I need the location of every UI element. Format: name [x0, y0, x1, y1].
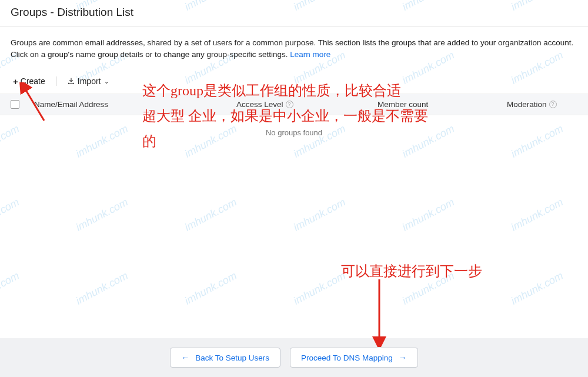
arrow-right-icon: →	[399, 353, 407, 362]
page-description: Groups are common email addresses, share…	[0, 26, 588, 69]
page-title: Groups - Distribution List	[11, 6, 577, 19]
create-button[interactable]: + Create	[11, 75, 48, 88]
checkbox-col	[11, 100, 34, 109]
annotation-arrow-proceed	[368, 276, 391, 347]
import-button[interactable]: Import ⌄	[65, 75, 112, 87]
help-icon[interactable]: ?	[549, 101, 557, 108]
chevron-down-icon: ⌄	[104, 78, 109, 85]
arrow-left-icon: ←	[181, 353, 189, 362]
help-icon[interactable]: ?	[286, 101, 293, 108]
learn-more-link[interactable]: Learn more	[290, 50, 330, 59]
create-label: Create	[21, 76, 45, 86]
toolbar-divider	[56, 76, 56, 86]
proceed-button[interactable]: Proceed To DNS Mapping →	[290, 348, 418, 368]
import-icon	[67, 77, 75, 85]
select-all-checkbox[interactable]	[11, 100, 19, 109]
col-access-header[interactable]: Access Level ?	[236, 100, 377, 109]
table-header: Name/Email Address Access Level ? Member…	[0, 94, 588, 115]
col-name-header[interactable]: Name/Email Address	[34, 100, 236, 109]
footer-nav: ← Back To Setup Users Proceed To DNS Map…	[0, 338, 588, 377]
plus-icon: +	[13, 76, 18, 86]
import-label: Import	[78, 76, 101, 86]
annotation-bottom: 可以直接进行到下一步	[341, 259, 482, 284]
col-moderation-header[interactable]: Moderation ?	[507, 100, 577, 109]
page-header: Groups - Distribution List	[0, 0, 588, 26]
back-label: Back To Setup Users	[195, 353, 269, 362]
back-button[interactable]: ← Back To Setup Users	[170, 348, 280, 368]
col-member-header[interactable]: Member count	[377, 100, 507, 109]
toolbar: + Create Import ⌄	[0, 69, 588, 94]
proceed-label: Proceed To DNS Mapping	[301, 353, 393, 362]
empty-state: No groups found	[0, 115, 588, 150]
